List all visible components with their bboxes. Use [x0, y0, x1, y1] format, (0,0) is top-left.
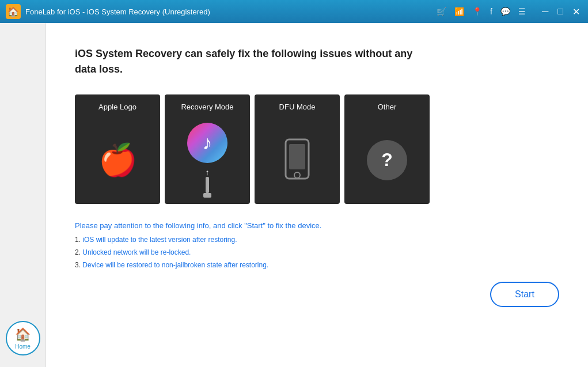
app-logo: 🏠 — [6, 4, 21, 19]
question-mark-icon: ? — [367, 140, 407, 180]
content-area: iOS System Recovery can safely fix the f… — [46, 23, 588, 367]
info-header-label: Please pay attention to the following in… — [75, 221, 321, 230]
info-item-3: 3. Device will be restored to non-jailbr… — [75, 260, 559, 270]
titlebar-controls: ─ □ ✕ — [540, 6, 582, 17]
cart-icon[interactable]: 🛒 — [437, 7, 446, 16]
start-button[interactable]: Start — [490, 282, 559, 307]
mode-cards-row: Apple Logo 🍎 Recovery Mode ♪ ↑ — [75, 94, 559, 204]
apple-logo-title: Apple Logo — [98, 103, 136, 111]
bottom-row: Start — [75, 282, 559, 307]
recovery-mode-icon-area: ♪ ↑ — [187, 122, 227, 198]
info-item-2: 2. Unlocked network will be re-locked. — [75, 247, 559, 258]
apple-logo-icon-area: 🍎 — [98, 122, 137, 198]
recovery-mode-title: Recovery Mode — [181, 103, 233, 111]
other-title: Other — [378, 103, 397, 111]
other-icon-area: ? — [367, 122, 407, 198]
close-button[interactable]: ✕ — [570, 6, 582, 17]
apple-logo-icon: 🍎 — [98, 142, 137, 178]
titlebar: 🏠 FoneLab for iOS - iOS System Recovery … — [0, 0, 588, 23]
headline-text-2: data loss. — [75, 63, 123, 75]
sidebar: 🏠 Home — [0, 23, 46, 367]
svg-point-2 — [294, 172, 300, 178]
headline-text: iOS System Recovery can safely fix the f… — [75, 48, 412, 59]
info-item-1: 1. iOS will update to the latest version… — [75, 234, 559, 245]
recovery-mode-card[interactable]: Recovery Mode ♪ ↑ — [165, 94, 250, 204]
svg-rect-1 — [289, 144, 305, 169]
info-header-text: Please pay attention to the following in… — [75, 221, 559, 230]
titlebar-title: FoneLab for iOS - iOS System Recovery (U… — [25, 7, 210, 16]
question-text: ? — [381, 149, 393, 171]
menu-icon[interactable]: ☰ — [518, 7, 526, 16]
cable-body — [206, 177, 209, 193]
wifi-icon[interactable]: 📶 — [454, 7, 464, 16]
main-container: 🏠 Home iOS System Recovery can safely fi… — [0, 23, 588, 367]
minimize-button[interactable]: ─ — [540, 6, 551, 17]
home-label: Home — [15, 343, 31, 350]
pin-icon[interactable]: 📍 — [472, 7, 482, 16]
chat-icon[interactable]: 💬 — [500, 7, 510, 16]
home-icon: 🏠 — [15, 327, 31, 342]
dfu-phone-icon — [280, 137, 314, 183]
info-section: Please pay attention to the following in… — [75, 221, 559, 270]
dfu-mode-card[interactable]: DFU Mode — [255, 94, 340, 204]
maximize-button[interactable]: □ — [555, 6, 566, 17]
other-card[interactable]: Other ? — [344, 94, 430, 204]
home-button[interactable]: 🏠 Home — [6, 321, 40, 355]
facebook-icon[interactable]: f — [490, 7, 492, 16]
titlebar-left: 🏠 FoneLab for iOS - iOS System Recovery … — [6, 4, 210, 19]
cable-arrow-icon: ↑ — [206, 168, 210, 177]
itunes-icon: ♪ — [187, 123, 227, 163]
titlebar-icons: 🛒 📶 📍 f 💬 ☰ ─ □ ✕ — [437, 6, 582, 17]
info-list: 1. iOS will update to the latest version… — [75, 234, 559, 270]
dfu-mode-title: DFU Mode — [279, 103, 316, 111]
headline: iOS System Recovery can safely fix the f… — [75, 46, 420, 77]
cable-plug — [203, 193, 211, 198]
cable-icon: ↑ — [203, 168, 211, 198]
recovery-wrapper: ♪ ↑ — [187, 123, 227, 198]
music-note-icon: ♪ — [203, 131, 213, 154]
dfu-mode-icon-area — [280, 122, 314, 198]
apple-logo-card[interactable]: Apple Logo 🍎 — [75, 94, 160, 204]
